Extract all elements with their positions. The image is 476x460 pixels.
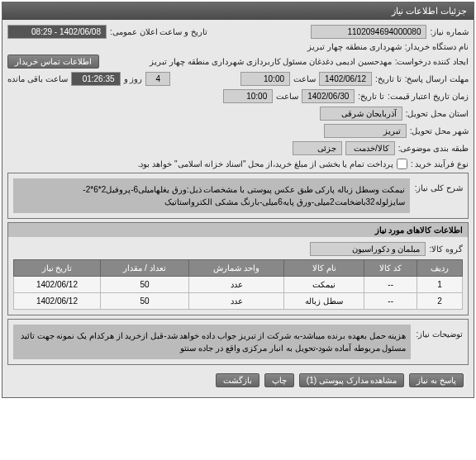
price-valid-ta: تا تاریخ: bbox=[358, 92, 384, 101]
cell-code: -- bbox=[364, 277, 417, 293]
notes-text: هزینه حمل بعهده برنده میباشد-به شرکت از … bbox=[13, 325, 411, 359]
row-city: شهر محل تحویل: تبریز bbox=[7, 124, 469, 138]
row-deadline: مهلت ارسال پاسخ: تا تاریخ: 1402/06/12 سا… bbox=[7, 72, 469, 86]
province-label: استان محل تحویل: bbox=[406, 109, 469, 118]
row-process: نوع فرآیند خرید : پرداخت تمام یا بخشی از… bbox=[7, 159, 469, 169]
requester-value: مهدحسین ادیمی دغدغان مسئول کاربردازی شهر… bbox=[102, 57, 392, 66]
col-qty: تعداد / مقدار bbox=[100, 260, 188, 277]
main-panel: جزئیات اطلاعات نیاز شماره نیاز: 11020946… bbox=[2, 2, 474, 398]
city-label: شهر محل تحویل: bbox=[410, 126, 469, 135]
col-name: نام کالا bbox=[284, 260, 364, 277]
goods-group-label: گروه کالا: bbox=[429, 244, 463, 254]
need-desc-title: شرح کلی نیاز: bbox=[415, 178, 463, 213]
remaining-label: ساعت باقی مانده bbox=[7, 74, 68, 83]
days-label: روز و bbox=[124, 74, 143, 83]
process-label: نوع فرآیند خرید : bbox=[411, 159, 469, 168]
price-valid-time-label: ساعت bbox=[276, 92, 298, 101]
footer-buttons: پاسخ به نیاز مشاهده مدارک پیوستی (1) چاپ… bbox=[7, 368, 469, 392]
row-category: طبقه بندی موضوعی: کالا/خدمت جزئی bbox=[7, 141, 469, 155]
row-price-valid: زمان تاریخ اعتبار قیمت: تا تاریخ: 1402/0… bbox=[7, 89, 469, 103]
cell-qty: 50 bbox=[100, 277, 188, 293]
panel-body: شماره نیاز: 1102094694000080 تاریخ و ساع… bbox=[2, 20, 474, 397]
notes-title: توضیحات نیاز: bbox=[416, 325, 463, 359]
cell-code: -- bbox=[364, 293, 417, 310]
table-row: 2 -- سطل زباله عدد 50 1402/06/12 bbox=[14, 293, 463, 310]
process-checkbox-label: پرداخت تمام یا بخشی از مبلغ خرید،از محل … bbox=[138, 159, 393, 168]
city-value: تبریز bbox=[324, 124, 407, 138]
col-row: ردیف bbox=[416, 260, 462, 277]
send-deadline-label: مهلت ارسال پاسخ: bbox=[405, 74, 469, 83]
send-deadline-ta: تا تاریخ: bbox=[375, 74, 402, 83]
goods-group-value: مبلمان و دکوراسیون bbox=[310, 242, 426, 256]
table-header-row: ردیف کد کالا نام کالا واحد شمارش تعداد /… bbox=[14, 260, 463, 277]
row-buyer: نام دستگاه خریدار: شهرداری منطقه چهار تب… bbox=[7, 42, 469, 51]
row-need-announce: شماره نیاز: 1102094694000080 تاریخ و ساع… bbox=[7, 25, 469, 39]
panel-title: جزئیات اطلاعات نیاز bbox=[392, 6, 467, 16]
requester-label: ایجاد کننده درخواست: bbox=[395, 57, 469, 66]
countdown: 01:26:35 bbox=[71, 72, 121, 86]
back-button[interactable]: بازگشت bbox=[216, 373, 259, 387]
days-remaining: 4 bbox=[145, 72, 170, 86]
col-code: کد کالا bbox=[364, 260, 417, 277]
price-valid-date: 1402/06/30 bbox=[302, 89, 355, 103]
need-number-label: شماره نیاز: bbox=[430, 27, 469, 36]
send-deadline-time: 10:00 bbox=[240, 72, 290, 86]
row-goods-group: گروه کالا: مبلمان و دکوراسیون bbox=[13, 242, 463, 256]
cell-date: 1402/06/12 bbox=[14, 293, 101, 310]
cell-name: سطل زباله bbox=[284, 293, 364, 310]
row-requester: ایجاد کننده درخواست: مهدحسین ادیمی دغدغا… bbox=[7, 55, 469, 69]
province-value: آذربایجان شرقی bbox=[320, 107, 402, 121]
table-row: 1 -- نیمکت عدد 50 1402/06/12 bbox=[14, 277, 463, 293]
process-checkbox[interactable] bbox=[397, 159, 407, 169]
cell-name: نیمکت bbox=[284, 277, 364, 293]
cell-unit: عدد bbox=[189, 293, 284, 310]
category-detail: جزئی bbox=[293, 141, 342, 155]
panel-header: جزئیات اطلاعات نیاز bbox=[2, 2, 474, 20]
cell-unit: عدد bbox=[189, 277, 284, 293]
buyer-label: نام دستگاه خریدار: bbox=[405, 42, 469, 51]
need-desc-section: شرح کلی نیاز: نیمکت وسطل زباله پارکی طبق… bbox=[7, 173, 469, 219]
need-desc-text: نیمکت وسطل زباله پارکی طبق عکس پیوستی با… bbox=[13, 178, 410, 213]
col-unit: واحد شمارش bbox=[189, 260, 284, 277]
cell-date: 1402/06/12 bbox=[14, 277, 101, 293]
print-button[interactable]: چاپ bbox=[264, 373, 294, 387]
send-deadline-time-label: ساعت bbox=[293, 74, 316, 83]
price-valid-label: زمان تاریخ اعتبار قیمت: bbox=[388, 92, 469, 101]
announce-value: 1402/06/08 - 08:29 bbox=[7, 25, 107, 39]
cell-row: 1 bbox=[416, 277, 462, 293]
attachments-button[interactable]: مشاهده مدارک پیوستی (1) bbox=[299, 373, 405, 387]
col-date: تاریخ نیاز bbox=[14, 260, 101, 277]
need-number-value: 1102094694000080 bbox=[311, 25, 426, 39]
cell-qty: 50 bbox=[100, 293, 188, 310]
goods-section: اطلاعات کالاهای مورد نیاز گروه کالا: مبل… bbox=[7, 222, 469, 315]
category-label: طبقه بندی موضوعی: bbox=[398, 144, 469, 153]
goods-section-title: اطلاعات کالاهای مورد نیاز bbox=[8, 223, 468, 237]
announce-label: تاریخ و ساعت اعلان عمومی: bbox=[110, 27, 207, 36]
notes-section: توضیحات نیاز: هزینه حمل بعهده برنده میبا… bbox=[7, 319, 469, 365]
category-item: کالا/خدمت bbox=[345, 141, 395, 155]
buyer-value: شهرداری منطقه چهار تبریز bbox=[307, 42, 401, 51]
price-valid-time: 10:00 bbox=[223, 89, 273, 103]
send-deadline-date: 1402/06/12 bbox=[319, 72, 372, 86]
contact-info-button[interactable]: اطلاعات تماس خریدار bbox=[7, 55, 99, 69]
row-province: استان محل تحویل: آذربایجان شرقی bbox=[7, 107, 469, 121]
goods-table: ردیف کد کالا نام کالا واحد شمارش تعداد /… bbox=[13, 259, 463, 310]
cell-row: 2 bbox=[416, 293, 462, 310]
reply-button[interactable]: پاسخ به نیاز bbox=[409, 373, 464, 387]
